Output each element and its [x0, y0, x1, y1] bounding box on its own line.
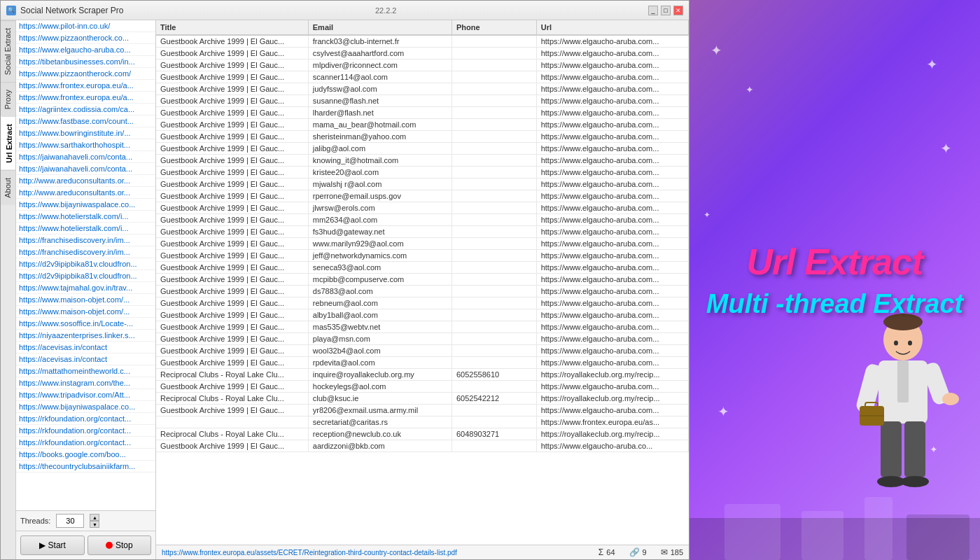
url-list-item[interactable]: https://www.tripadvisor.com/Att...: [16, 389, 155, 401]
tab-social-extract[interactable]: Social Extract: [1, 20, 15, 82]
table-row[interactable]: Guestbook Archive 1999 | El Gauc...mama_…: [156, 119, 689, 131]
table-row[interactable]: Guestbook Archive 1999 | El Gauc...mcpib…: [156, 274, 689, 286]
url-list-item[interactable]: https://www.hotelierstalk.com/i...: [16, 211, 155, 223]
url-list-item[interactable]: https://www.fastbase.com/count...: [16, 115, 155, 127]
table-row[interactable]: Guestbook Archive 1999 | El Gauc...sheri…: [156, 131, 689, 143]
url-list-item[interactable]: https://acevisas.in/contact: [16, 354, 155, 365]
url-list-item[interactable]: https://www.frontex.europa.eu/a...: [16, 92, 155, 104]
threads-input[interactable]: [56, 514, 84, 528]
url-list-item[interactable]: https://books.google.com/boo...: [16, 449, 155, 461]
url-list-item[interactable]: https://www.bijayniwaspalace.co...: [16, 199, 155, 211]
table-row[interactable]: Guestbook Archive 1999 | El Gauc...www.m…: [156, 238, 689, 250]
url-list-item[interactable]: https://www.pizzaontherock.co...: [16, 32, 155, 44]
table-row[interactable]: Guestbook Archive 1999 | El Gauc...lhard…: [156, 107, 689, 119]
table-row[interactable]: Reciprocal Clubs - Royal Lake Clu...inqu…: [156, 369, 689, 381]
url-list-item[interactable]: https://www.maison-objet.com/...: [16, 294, 155, 306]
table-row[interactable]: Guestbook Archive 1999 | El Gauc...rebne…: [156, 298, 689, 309]
table-row[interactable]: Guestbook Archive 1999 | El Gauc...judyf…: [156, 83, 689, 95]
url-list-item[interactable]: https://rkfoundation.org/contact...: [16, 437, 155, 449]
table-row[interactable]: Guestbook Archive 1999 | El Gauc...mas53…: [156, 321, 689, 333]
cell-phone: [451, 250, 536, 262]
url-list-item[interactable]: https://acevisas.in/contact: [16, 342, 155, 354]
cell-email: ds7883@aol.com: [308, 286, 451, 298]
table-row[interactable]: Reciprocal Clubs - Royal Lake Clu...club…: [156, 393, 689, 405]
url-list-item[interactable]: https://tibetanbusinesses.com/in...: [16, 56, 155, 68]
data-table-container[interactable]: Title Email Phone Url Guestbook Archive …: [156, 20, 689, 545]
svg-rect-20: [906, 514, 969, 560]
data-table: Title Email Phone Url Guestbook Archive …: [156, 20, 689, 452]
url-list-item[interactable]: https://www.maison-objet.com/...: [16, 306, 155, 318]
cell-phone: [451, 167, 536, 178]
table-row[interactable]: Guestbook Archive 1999 | El Gauc...csylv…: [156, 48, 689, 59]
tab-about[interactable]: About: [1, 170, 15, 205]
table-row[interactable]: Guestbook Archive 1999 | El Gauc...rpdev…: [156, 357, 689, 369]
table-row[interactable]: Guestbook Archive 1999 | El Gauc...yr820…: [156, 405, 689, 416]
url-list-item[interactable]: https://www.sarthakorthohospit...: [16, 139, 155, 151]
cell-title: Guestbook Archive 1999 | El Gauc...: [156, 405, 308, 416]
url-list-item[interactable]: https://www.tajmahal.gov.in/trav...: [16, 282, 155, 294]
url-list-item[interactable]: https://d2v9ipipbika81v.cloudfron...: [16, 270, 155, 282]
cell-url: https://www.elgaucho-aruba.com...: [536, 381, 688, 393]
table-row[interactable]: Guestbook Archive 1999 | El Gauc...mjwal…: [156, 178, 689, 190]
table-row[interactable]: Guestbook Archive 1999 | El Gauc...krist…: [156, 167, 689, 178]
table-row[interactable]: Guestbook Archive 1999 | El Gauc...alby1…: [156, 309, 689, 321]
url-list-item[interactable]: https://www.instagram.com/the...: [16, 377, 155, 389]
minimize-button[interactable]: _: [648, 6, 658, 15]
table-row[interactable]: Guestbook Archive 1999 | El Gauc...mlpdi…: [156, 59, 689, 71]
url-list-item[interactable]: https://jaiwanahaveli.com/conta...: [16, 163, 155, 175]
table-row[interactable]: Guestbook Archive 1999 | El Gauc...ds788…: [156, 286, 689, 298]
url-list-item[interactable]: https://www.pilot-inn.co.uk/: [16, 20, 155, 32]
threads-up-button[interactable]: ▲: [90, 514, 99, 521]
cell-url: https://www.elgaucho-aruba.com...: [536, 155, 688, 167]
cell-phone: [451, 238, 536, 250]
maximize-button[interactable]: □: [661, 6, 671, 15]
url-list-item[interactable]: https://jaiwanahaveli.com/conta...: [16, 151, 155, 163]
start-button[interactable]: ▶ Start: [20, 536, 85, 555]
close-button[interactable]: ✕: [673, 6, 683, 15]
table-row[interactable]: Guestbook Archive 1999 | El Gauc...senec…: [156, 262, 689, 274]
table-row[interactable]: Guestbook Archive 1999 | El Gauc...hocke…: [156, 381, 689, 393]
url-list-item[interactable]: https://mattathomeintheworld.c...: [16, 365, 155, 377]
url-list-item[interactable]: https://www.hotelierstalk.com/i...: [16, 223, 155, 234]
url-list-item[interactable]: https://niyaazenterprises.linker.s...: [16, 330, 155, 342]
bottom-decoration: [690, 476, 980, 560]
table-row[interactable]: Guestbook Archive 1999 | El Gauc...jlwrs…: [156, 202, 689, 214]
url-list-item[interactable]: https://www.bijayniwaspalace.co...: [16, 401, 155, 413]
table-row[interactable]: Guestbook Archive 1999 | El Gauc...jeff@…: [156, 250, 689, 262]
table-row[interactable]: Guestbook Archive 1999 | El Gauc...scann…: [156, 71, 689, 83]
table-row[interactable]: Guestbook Archive 1999 | El Gauc...jalib…: [156, 143, 689, 155]
table-row[interactable]: Guestbook Archive 1999 | El Gauc...aardi…: [156, 440, 689, 452]
url-list-item[interactable]: https://rkfoundation.org/contact...: [16, 413, 155, 425]
url-list-item[interactable]: https://d2v9ipipbika81v.cloudfron...: [16, 258, 155, 270]
cell-url: https://www.elgaucho-aruba.com...: [536, 202, 688, 214]
url-list-item[interactable]: https://www.bowringinstitute.in/...: [16, 127, 155, 139]
url-list-item[interactable]: https://franchisediscovery.in/im...: [16, 246, 155, 258]
url-list-item[interactable]: https://franchisediscovery.in/im...: [16, 234, 155, 246]
table-row[interactable]: Guestbook Archive 1999 | El Gauc...mm263…: [156, 214, 689, 226]
table-row[interactable]: Guestbook Archive 1999 | El Gauc...susan…: [156, 95, 689, 107]
table-row[interactable]: secretariat@caritas.rshttps://www.fronte…: [156, 416, 689, 428]
table-row[interactable]: Guestbook Archive 1999 | El Gauc...franc…: [156, 35, 689, 48]
url-list-scroll[interactable]: https://www.pilot-inn.co.uk/https://www.…: [16, 20, 155, 510]
url-list-item[interactable]: https://rkfoundation.org/contact...: [16, 425, 155, 437]
table-row[interactable]: Reciprocal Clubs - Royal Lake Clu...rece…: [156, 428, 689, 440]
url-list-item[interactable]: http://www.areduconsultants.or...: [16, 187, 155, 199]
url-list-item[interactable]: https://www.frontex.europa.eu/a...: [16, 80, 155, 92]
table-row[interactable]: Guestbook Archive 1999 | El Gauc...playa…: [156, 333, 689, 345]
table-row[interactable]: Guestbook Archive 1999 | El Gauc...knowi…: [156, 155, 689, 167]
url-list-item[interactable]: https://www.pizzaontherock.com/: [16, 68, 155, 80]
url-list-item[interactable]: http://www.areduconsultants.or...: [16, 175, 155, 187]
url-list-item[interactable]: https://www.elgaucho-aruba.co...: [16, 44, 155, 56]
table-row[interactable]: Guestbook Archive 1999 | El Gauc...wool3…: [156, 345, 689, 357]
tab-proxy[interactable]: Proxy: [1, 82, 15, 116]
threads-down-button[interactable]: ▼: [90, 521, 99, 528]
url-list-item[interactable]: https://agriintex.codissia.com/ca...: [16, 104, 155, 115]
stop-button[interactable]: Stop: [88, 536, 152, 555]
url-list-item[interactable]: https://thecountryclubsainiikfarm...: [16, 461, 155, 472]
table-row[interactable]: Guestbook Archive 1999 | El Gauc...fs3hu…: [156, 226, 689, 238]
table-row[interactable]: Guestbook Archive 1999 | El Gauc...rperr…: [156, 190, 689, 202]
url-list-item[interactable]: https://www.sosoffice.in/Locate-...: [16, 318, 155, 330]
app-icon: 🔍: [6, 6, 16, 15]
table-header-row: Title Email Phone Url: [156, 20, 689, 35]
tab-url-extract[interactable]: Url Extract: [1, 116, 15, 170]
